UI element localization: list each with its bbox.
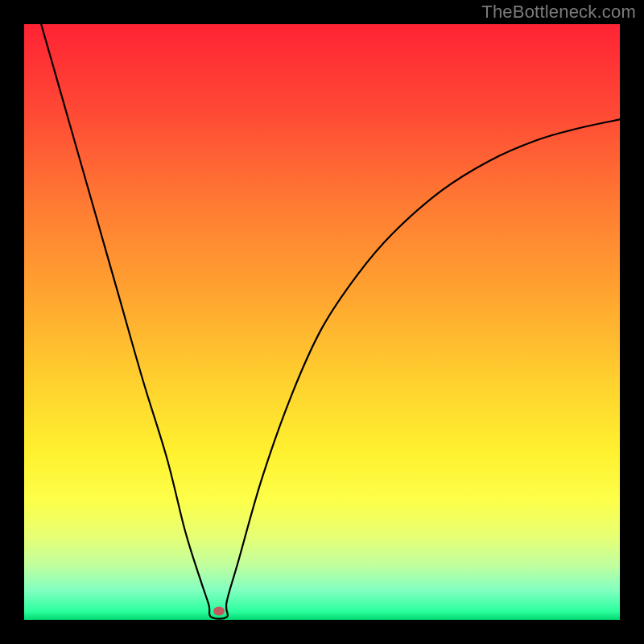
plot-area: [24, 24, 620, 620]
chart-frame: TheBottleneck.com: [0, 0, 644, 644]
optimum-marker: [213, 606, 225, 615]
watermark-text: TheBottleneck.com: [481, 2, 636, 23]
bottleneck-curve: [24, 24, 620, 620]
